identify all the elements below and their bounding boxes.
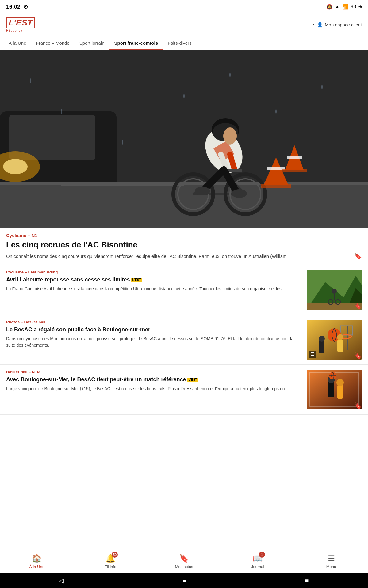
system-bar: ◁ ● ■ xyxy=(0,573,368,588)
article-3-category: Basket-ball – N1M xyxy=(6,370,302,374)
svg-point-41 xyxy=(321,85,323,89)
fil-info-badge: 50 xyxy=(112,552,118,558)
tab-france-monde[interactable]: France – Monde xyxy=(31,36,75,50)
svg-rect-34 xyxy=(282,169,307,172)
svg-point-29 xyxy=(232,189,247,198)
logo-sub: Républicain xyxy=(6,29,25,32)
article-3-content: Basket-ball – N1M Avec Boulogne-sur-Mer,… xyxy=(6,370,302,409)
article-3-image xyxy=(307,370,362,409)
svg-point-6 xyxy=(3,159,28,174)
recent-button[interactable]: ■ xyxy=(305,577,309,584)
svg-point-38 xyxy=(183,94,185,99)
nav-label-menu: Menu xyxy=(326,564,336,569)
svg-point-61 xyxy=(337,334,343,340)
user-menu-label: Mon espace client xyxy=(325,22,362,27)
svg-point-42 xyxy=(122,140,123,145)
svg-rect-58 xyxy=(319,341,324,353)
nav-item-fil-info[interactable]: 50 🔔 Fil info xyxy=(74,549,147,573)
svg-rect-60 xyxy=(337,340,343,352)
svg-rect-46 xyxy=(307,303,362,310)
tab-faits-divers[interactable]: Faits-divers xyxy=(163,36,197,50)
status-bar: 16:02 ⊙ 🔕 ▲ 📶 93 % xyxy=(0,0,368,13)
article-1-content: Cyclisme – Last man riding Avril Laheurt… xyxy=(6,270,302,310)
article-2-category: Photos – Basket-ball xyxy=(6,320,302,324)
battery-level: 93 % xyxy=(351,4,362,9)
bookmark-icon-featured[interactable]: 🔖 xyxy=(354,252,362,260)
svg-point-40 xyxy=(275,109,277,114)
tab-sport-franc-comtois[interactable]: Sport franc-comtois xyxy=(109,36,163,50)
svg-point-22 xyxy=(223,127,237,145)
article-2-excerpt: Dans un gymnase des Montboucons qui a bi… xyxy=(6,336,302,349)
svg-rect-9 xyxy=(61,185,184,186)
home-button[interactable]: ● xyxy=(182,577,186,584)
article-1-title: Avril Laheurte repousse sans cesse ses l… xyxy=(6,276,302,283)
nav-label-a-la-une: À la Une xyxy=(29,564,44,569)
article-1-excerpt: La Franc-Comtoise Avril Laheurte s'est l… xyxy=(6,286,302,292)
status-icon-at: ⊙ xyxy=(23,3,28,10)
list-item[interactable]: Cyclisme – Last man riding Avril Laheurt… xyxy=(0,265,368,315)
photo-icon: 🖼 xyxy=(309,351,316,358)
article-1-badge: L'EST xyxy=(131,278,142,282)
status-time: 16:02 xyxy=(6,4,20,10)
tab-a-la-une[interactable]: À la Une xyxy=(4,36,31,50)
bookmark-icon-1[interactable]: 🔖 xyxy=(354,302,362,310)
cyclist-mountain-img xyxy=(307,270,362,310)
wifi-icon: ▲ xyxy=(335,4,340,9)
featured-category: Cyclisme – N1 xyxy=(6,233,362,238)
bookmark-nav-icon: 🔖 xyxy=(179,554,189,563)
svg-rect-65 xyxy=(328,382,334,397)
basket2-img xyxy=(307,370,362,409)
article-3-excerpt: Large vainqueur de Boulogne-sur-Mer (+15… xyxy=(6,386,302,392)
user-icon: ↪👤 xyxy=(313,22,323,28)
svg-point-28 xyxy=(195,187,210,195)
article-3-title: Avec Boulogne-sur-Mer, le BesAC tient pe… xyxy=(6,376,302,383)
article-2-content: Photos – Basket-ball Le BesAC a régalé s… xyxy=(6,320,302,360)
status-icons: 🔕 ▲ 📶 93 % xyxy=(326,4,362,10)
svg-point-37 xyxy=(61,109,62,114)
svg-point-59 xyxy=(319,336,325,342)
svg-point-47 xyxy=(332,289,337,294)
logo-lest[interactable]: L'EST xyxy=(6,17,35,28)
nav-label-mes-actus: Mes actus xyxy=(175,564,193,569)
user-menu-button[interactable]: ↪👤 Mon espace client xyxy=(313,22,362,28)
content-area: Cyclisme – N1 Les cinq recrues de l'AC B… xyxy=(0,50,368,454)
featured-excerpt: On connaît les noms des cinq coureurs qu… xyxy=(6,253,362,260)
status-time-area: 16:02 ⊙ xyxy=(6,3,28,10)
logo[interactable]: L'EST Républicain xyxy=(6,17,35,32)
article-2-image: 🖼 xyxy=(307,320,362,360)
nav-item-mes-actus[interactable]: 🔖 Mes actus xyxy=(147,549,221,573)
nav-item-journal[interactable]: 1 📖 Journal xyxy=(221,549,294,573)
svg-point-68 xyxy=(336,379,344,386)
svg-point-39 xyxy=(229,72,231,77)
list-item[interactable]: Photos – Basket-ball Le BesAC a régalé s… xyxy=(0,315,368,365)
featured-article[interactable]: Cyclisme – N1 Les cinq recrues de l'AC B… xyxy=(0,228,368,265)
bookmark-icon-3[interactable]: 🔖 xyxy=(354,402,362,409)
notification-icon: 🔕 xyxy=(326,4,332,10)
svg-rect-67 xyxy=(337,385,343,399)
article-3-badge: L'EST xyxy=(187,378,198,382)
list-item[interactable]: Basket-ball – N1M Avec Boulogne-sur-Mer,… xyxy=(0,365,368,415)
svg-point-36 xyxy=(30,78,31,83)
nav-label-fil-info: Fil info xyxy=(105,564,116,569)
nav-item-a-la-une[interactable]: 🏠 À la Une xyxy=(0,549,74,573)
journal-badge: 1 xyxy=(259,552,265,558)
hamburger-icon: ☰ xyxy=(328,554,335,563)
cyclist-mountain-svg xyxy=(307,270,362,310)
svg-rect-35 xyxy=(287,156,302,159)
back-button[interactable]: ◁ xyxy=(59,577,64,584)
hero-svg xyxy=(0,50,368,228)
bookmark-icon-2[interactable]: 🔖 xyxy=(354,352,362,360)
article-1-image xyxy=(307,270,362,310)
tab-sport-lorrain[interactable]: Sport lorrain xyxy=(75,36,109,50)
article-2-title: Le BesAC a régalé son public face à Boul… xyxy=(6,326,302,333)
nav-tabs: À la Une France – Monde Sport lorrain Sp… xyxy=(0,36,368,50)
hero-image[interactable] xyxy=(0,50,368,228)
nav-item-menu[interactable]: ☰ Menu xyxy=(294,549,368,573)
signal-icon: 📶 xyxy=(342,4,348,10)
svg-rect-7 xyxy=(0,182,368,228)
bottom-nav: 🏠 À la Une 50 🔔 Fil info 🔖 Mes actus 1 📖… xyxy=(0,549,368,573)
basket2-svg xyxy=(307,370,362,409)
article-1-category: Cyclisme – Last man riding xyxy=(6,270,302,274)
featured-title: Les cinq recrues de l'AC Bisontine xyxy=(6,240,362,250)
home-icon: 🏠 xyxy=(32,554,42,563)
